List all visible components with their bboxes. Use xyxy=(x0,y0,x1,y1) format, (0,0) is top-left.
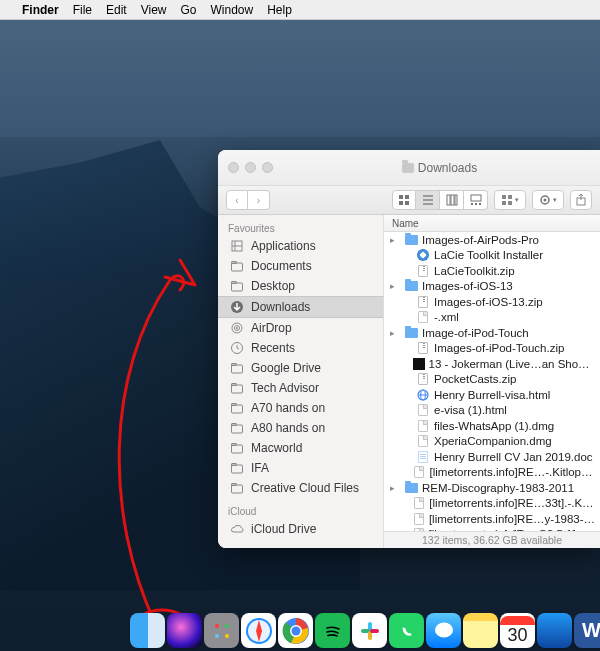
sidebar-item-a80-hands-on[interactable]: A80 hands on xyxy=(218,418,383,438)
minimize-button[interactable] xyxy=(245,162,256,173)
share-button[interactable] xyxy=(570,190,592,210)
forward-button[interactable]: › xyxy=(248,190,270,210)
file-icon xyxy=(414,513,424,525)
file-icon xyxy=(414,497,424,509)
svg-rect-27 xyxy=(232,283,243,291)
sidebar-item-a70-hands-on[interactable]: A70 hands on xyxy=(218,398,383,418)
icon-view-button[interactable] xyxy=(392,190,416,210)
file-row[interactable]: -.xml xyxy=(384,310,600,326)
sidebar-item-label: A80 hands on xyxy=(251,421,325,435)
dock-calendar[interactable]: 30 xyxy=(500,613,535,648)
file-row[interactable]: ▸Images-of-iOS-13 xyxy=(384,279,600,295)
sidebar-item-macworld[interactable]: Macworld xyxy=(218,438,383,458)
sidebar-item-creative-cloud-files[interactable]: Creative Cloud Files xyxy=(218,478,383,498)
file-list[interactable]: ▸Images-of-AirPods-ProLaCie Toolkit Inst… xyxy=(384,232,600,531)
file-row[interactable]: files-WhatsApp (1).dmg xyxy=(384,418,600,434)
sidebar-item-tech-advisor[interactable]: Tech Advisor xyxy=(218,378,383,398)
column-view-button[interactable] xyxy=(440,190,464,210)
status-bar: 132 items, 36.62 GB available xyxy=(384,531,600,548)
dock-launchpad[interactable] xyxy=(204,613,239,648)
dock-messages[interactable] xyxy=(426,613,461,648)
file-row[interactable]: Henry Burrell-visa.html xyxy=(384,387,600,403)
menu-app-name[interactable]: Finder xyxy=(22,3,59,17)
svg-rect-0 xyxy=(399,195,403,199)
file-row[interactable]: LaCieToolkit.zip xyxy=(384,263,600,279)
traffic-lights xyxy=(228,162,273,173)
file-row[interactable]: e-visa (1).html xyxy=(384,403,600,419)
svg-rect-8 xyxy=(451,195,454,205)
sidebar-item-documents[interactable]: Documents xyxy=(218,256,383,276)
file-row[interactable]: Henry Burrell CV Jan 2019.doc xyxy=(384,449,600,465)
file-name: [limetorrents.info]RE…y-1983-2011.tor xyxy=(429,513,596,525)
file-row[interactable]: Images-of-iPod-Touch.zip xyxy=(384,341,600,357)
dock-spotify[interactable] xyxy=(315,613,350,648)
file-name: -.xml xyxy=(434,311,459,323)
list-view-button[interactable] xyxy=(416,190,440,210)
sidebar-item-desktop[interactable]: Desktop xyxy=(218,276,383,296)
sidebar-item-airdrop[interactable]: AirDrop xyxy=(218,318,383,338)
sidebar-item-google-drive[interactable]: Google Drive xyxy=(218,358,383,378)
file-icon xyxy=(414,528,424,531)
disclosure-triangle[interactable]: ▸ xyxy=(388,281,396,291)
svg-rect-1 xyxy=(405,195,409,199)
file-row[interactable]: [limetorrents.info]RE…y-1983-2011.tor xyxy=(384,511,600,527)
sidebar-item-ifa[interactable]: IFA xyxy=(218,458,383,478)
menu-view[interactable]: View xyxy=(141,3,167,17)
folder-icon xyxy=(230,361,244,375)
folder-icon xyxy=(405,281,418,291)
zip-icon xyxy=(418,296,428,308)
group-by-button[interactable]: ▾ xyxy=(494,190,526,210)
file-row[interactable]: ▸REM-Discography-1983-2011 xyxy=(384,480,600,496)
sidebar-item-label: Google Drive xyxy=(251,361,321,375)
menu-window[interactable]: Window xyxy=(211,3,254,17)
svg-point-19 xyxy=(544,199,547,202)
svg-point-53 xyxy=(225,624,229,628)
dock-snagit[interactable] xyxy=(537,613,572,648)
menu-go[interactable]: Go xyxy=(181,3,197,17)
menu-help[interactable]: Help xyxy=(267,3,292,17)
menu-file[interactable]: File xyxy=(73,3,92,17)
finder-titlebar[interactable]: Downloads xyxy=(218,150,600,185)
file-row[interactable]: LaCie Toolkit Installer xyxy=(384,248,600,264)
sidebar-item-applications[interactable]: Applications xyxy=(218,236,383,256)
file-row[interactable]: [limetorrents.info]RE…33t].-.Kitlope.to xyxy=(384,496,600,512)
file-row[interactable]: ▸Image-of-iPod-Touch xyxy=(384,325,600,341)
svg-rect-34 xyxy=(232,365,243,373)
file-row[interactable]: Images-of-iOS-13.zip xyxy=(384,294,600,310)
menu-edit[interactable]: Edit xyxy=(106,3,127,17)
back-button[interactable]: ‹ xyxy=(226,190,248,210)
dock-siri[interactable] xyxy=(167,613,202,648)
file-row[interactable]: [limetorrents.info]RE…-.Kitlope (1).tor xyxy=(384,465,600,481)
action-menu-button[interactable]: ▾ xyxy=(532,190,564,210)
file-icon xyxy=(418,435,428,447)
dock-safari[interactable] xyxy=(241,613,276,648)
file-name: PocketCasts.zip xyxy=(434,373,516,385)
calendar-day: 30 xyxy=(507,625,527,646)
dock-word[interactable]: W xyxy=(574,613,600,648)
sidebar-head-favourites: Favourites xyxy=(218,219,383,236)
dock-finder[interactable] xyxy=(130,613,165,648)
sidebar-item-downloads[interactable]: Downloads xyxy=(218,296,383,318)
dock-chrome[interactable] xyxy=(278,613,313,648)
sidebar-item-label: Recents xyxy=(251,341,295,355)
file-row[interactable]: PocketCasts.zip xyxy=(384,372,600,388)
column-header-name[interactable]: Name xyxy=(384,215,600,232)
dock-notes[interactable] xyxy=(463,613,498,648)
file-name: Images-of-iOS-13.zip xyxy=(434,296,543,308)
zoom-button[interactable] xyxy=(262,162,273,173)
svg-point-32 xyxy=(236,327,238,329)
dock-whatsapp[interactable] xyxy=(389,613,424,648)
sidebar-item-recents[interactable]: Recents xyxy=(218,338,383,358)
file-row[interactable]: XperiaCompanion.dmg xyxy=(384,434,600,450)
disclosure-triangle[interactable]: ▸ xyxy=(388,328,396,338)
file-row[interactable]: 13 - Jokerman (Live…an Show, 1984).n xyxy=(384,356,600,372)
svg-rect-66 xyxy=(370,629,379,633)
close-button[interactable] xyxy=(228,162,239,173)
gallery-view-button[interactable] xyxy=(464,190,488,210)
sidebar-item-icloud-drive[interactable]: iCloud Drive xyxy=(218,519,383,539)
disclosure-triangle[interactable]: ▸ xyxy=(388,235,396,245)
disclosure-triangle[interactable]: ▸ xyxy=(388,483,396,493)
sidebar-item-label: iCloud Drive xyxy=(251,522,316,536)
file-row[interactable]: ▸Images-of-AirPods-Pro xyxy=(384,232,600,248)
dock-slack[interactable] xyxy=(352,613,387,648)
